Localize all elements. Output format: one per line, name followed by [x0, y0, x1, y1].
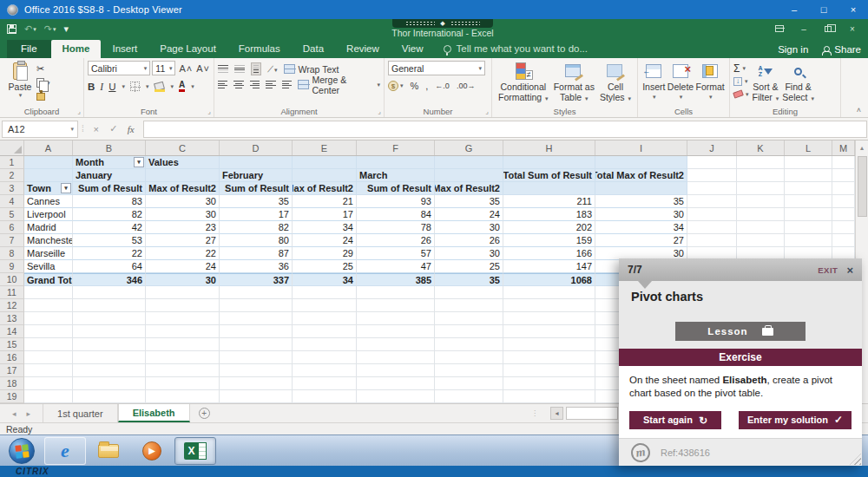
cell-B5[interactable]: 82 — [73, 208, 146, 221]
cell-C12[interactable] — [146, 299, 220, 312]
taskbar-explorer-button[interactable] — [88, 437, 129, 465]
cell-A5[interactable]: Liverpool — [24, 208, 73, 221]
delete-cells-button[interactable]: Delete ▾ — [667, 62, 694, 105]
cell-H10[interactable]: 1068 — [503, 273, 595, 286]
cell-A18[interactable] — [24, 377, 73, 390]
col-header-L[interactable]: L — [785, 140, 832, 155]
cell-B8[interactable]: 22 — [73, 247, 146, 260]
cell-G7[interactable]: 26 — [435, 234, 503, 247]
clear-button[interactable]: ▾ — [733, 88, 749, 100]
cell-C5[interactable]: 30 — [146, 208, 220, 221]
cut-button[interactable]: ✂ — [36, 63, 50, 75]
sheet-nav-right-icon[interactable]: ▸ — [27, 409, 31, 418]
cell-G5[interactable]: 24 — [435, 208, 503, 221]
tab-formulas[interactable]: Formulas — [227, 40, 292, 58]
cell-M2[interactable] — [832, 169, 855, 182]
cell-E11[interactable] — [293, 286, 357, 299]
excel-restore-icon[interactable] — [818, 22, 838, 36]
cell-F8[interactable]: 57 — [357, 247, 435, 260]
cell-C8[interactable]: 22 — [146, 247, 220, 260]
cell-F5[interactable]: 84 — [357, 208, 435, 221]
cell-H1[interactable] — [503, 156, 595, 169]
tell-me-box[interactable]: Tell me what you want to do... — [444, 43, 589, 58]
cell-E3[interactable]: Max of Result2 — [293, 182, 357, 195]
cell-K1[interactable] — [737, 156, 785, 169]
cell-A17[interactable] — [24, 364, 73, 377]
row-header-13[interactable]: 13 — [0, 312, 24, 325]
cell-A7[interactable]: Manchester — [24, 234, 73, 247]
cell-B19[interactable] — [73, 390, 146, 403]
cell-E9[interactable]: 25 — [293, 260, 357, 273]
cell-H4[interactable]: 211 — [503, 195, 595, 208]
enter-solution-button[interactable]: Enter my solution ✓ — [739, 411, 852, 429]
cell-E15[interactable] — [293, 338, 357, 351]
col-header-I[interactable]: I — [595, 140, 687, 155]
cell-D12[interactable] — [220, 299, 293, 312]
cell-E14[interactable] — [293, 325, 357, 338]
name-box[interactable]: A12 ▾ — [2, 121, 78, 138]
cell-A12[interactable] — [24, 299, 73, 312]
cell-H8[interactable]: 166 — [503, 247, 595, 260]
fill-button[interactable]: ↓▾ — [733, 75, 749, 87]
cell-K6[interactable] — [737, 221, 785, 234]
cell-A9[interactable]: Sevilla — [24, 260, 73, 273]
col-header-B[interactable]: B — [73, 140, 146, 155]
insert-cells-button[interactable]: Insert ▾ — [642, 62, 665, 105]
sheet-tab-elisabeth[interactable]: Elisabeth — [118, 404, 190, 422]
col-header-F[interactable]: F — [357, 140, 435, 155]
cell-D14[interactable] — [220, 325, 293, 338]
cell-E13[interactable] — [293, 312, 357, 325]
hscroll-left-icon[interactable]: ◂ — [550, 407, 563, 420]
cell-F17[interactable] — [357, 364, 435, 377]
cell-C3[interactable]: Max of Result2 — [146, 182, 220, 195]
cell-D17[interactable] — [220, 364, 293, 377]
increase-decimal-icon[interactable]: ←.0 — [435, 82, 450, 90]
cell-J6[interactable] — [687, 221, 737, 234]
cell-D4[interactable]: 35 — [220, 195, 293, 208]
cell-D10[interactable]: 337 — [220, 273, 293, 286]
col-header-G[interactable]: G — [435, 140, 503, 155]
cell-A3[interactable]: Town▾ — [24, 182, 73, 195]
confirm-entry-icon[interactable]: ✓ — [105, 123, 122, 134]
cell-B14[interactable] — [73, 325, 146, 338]
row-header-10[interactable]: 10 — [0, 273, 24, 286]
merge-center-button[interactable]: Merge & Center ▾ — [298, 75, 380, 95]
italic-button[interactable]: I — [100, 82, 103, 92]
cell-F7[interactable]: 26 — [357, 234, 435, 247]
cell-F4[interactable]: 93 — [357, 195, 435, 208]
cell-H16[interactable] — [503, 351, 595, 364]
cell-H15[interactable] — [503, 338, 595, 351]
cell-E2[interactable] — [293, 169, 357, 182]
tab-review[interactable]: Review — [335, 40, 391, 58]
cell-H2[interactable]: Total Sum of Result — [503, 169, 595, 182]
cell-M6[interactable] — [832, 221, 855, 234]
start-again-button[interactable]: Start again ↻ — [629, 411, 721, 429]
cell-D5[interactable]: 17 — [220, 208, 293, 221]
cell-C2[interactable] — [146, 169, 220, 182]
cell-H13[interactable] — [503, 312, 595, 325]
panel-close-icon[interactable]: × — [846, 264, 853, 277]
new-sheet-button[interactable]: + — [199, 404, 210, 422]
cell-F13[interactable] — [357, 312, 435, 325]
cell-G1[interactable] — [435, 156, 503, 169]
cell-E4[interactable]: 21 — [293, 195, 357, 208]
cell-D1[interactable] — [220, 156, 293, 169]
cell-A1[interactable] — [24, 156, 73, 169]
cell-A10[interactable]: Grand Total — [24, 273, 73, 286]
cell-E1[interactable] — [293, 156, 357, 169]
redo-icon[interactable]: ↷▾ — [44, 23, 56, 35]
citrix-toolbar-grip[interactable]: ◆ — [392, 19, 493, 28]
cell-L4[interactable] — [785, 195, 832, 208]
qat-customize-icon[interactable]: ▾ — [63, 23, 69, 35]
row-header-12[interactable]: 12 — [0, 299, 24, 312]
cell-F6[interactable]: 78 — [357, 221, 435, 234]
cell-F10[interactable]: 385 — [357, 273, 435, 286]
tab-insert[interactable]: Insert — [101, 40, 148, 58]
row-header-3[interactable]: 3 — [0, 182, 24, 195]
cell-E18[interactable] — [293, 377, 357, 390]
cell-E7[interactable]: 24 — [293, 234, 357, 247]
cell-M5[interactable] — [832, 208, 855, 221]
cell-C1[interactable]: Values — [146, 156, 220, 169]
col-header-D[interactable]: D — [220, 140, 293, 155]
collapse-ribbon-icon[interactable]: ˄ — [857, 106, 861, 114]
